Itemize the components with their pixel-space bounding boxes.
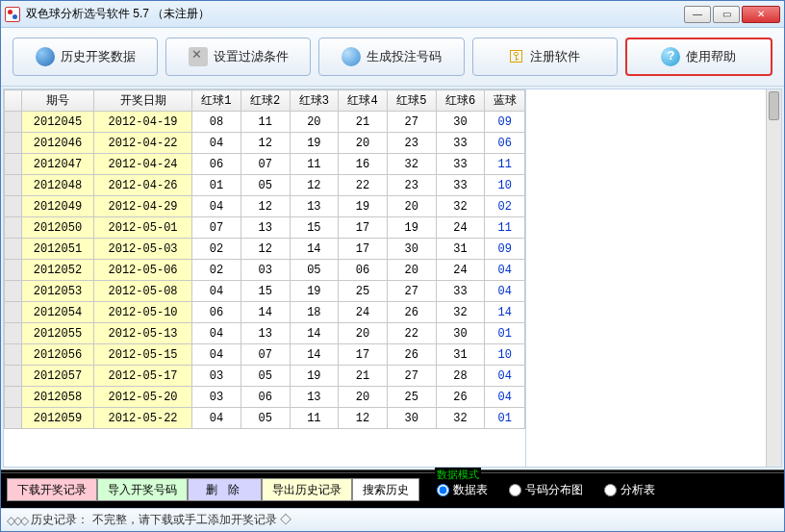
col-header[interactable]: 期号: [22, 90, 94, 112]
cell-red: 16: [339, 154, 388, 175]
cell-date: 2012-05-13: [93, 323, 191, 344]
cell-red: 03: [192, 387, 241, 408]
row-selector[interactable]: [5, 387, 22, 408]
cell-red: 11: [290, 154, 339, 175]
table-row[interactable]: 20120522012-05-0602030506202404: [5, 260, 525, 281]
col-header[interactable]: 红球3: [290, 90, 339, 112]
table-row[interactable]: 20120532012-05-0804151925273304: [5, 281, 525, 302]
col-header[interactable]: 蓝球: [485, 90, 525, 112]
row-selector[interactable]: [5, 154, 22, 175]
export-history-button[interactable]: 导出历史记录: [262, 478, 352, 501]
table-row[interactable]: 20120492012-04-2904121319203202: [5, 196, 525, 217]
col-header[interactable]: 红球2: [241, 90, 290, 112]
row-selector[interactable]: [5, 323, 22, 344]
cell-red: 05: [241, 366, 290, 387]
right-scrollbar[interactable]: [766, 89, 781, 467]
row-selector[interactable]: [5, 133, 22, 154]
col-header[interactable]: 开奖日期: [93, 90, 191, 112]
table-row[interactable]: 20120552012-05-1304131420223001: [5, 323, 525, 344]
row-selector[interactable]: [5, 344, 22, 366]
row-selector[interactable]: [5, 217, 22, 239]
cell-red: 04: [192, 196, 241, 217]
cell-red: 12: [241, 133, 290, 154]
search-history-button[interactable]: 搜索历史: [352, 478, 419, 501]
close-button[interactable]: ✕: [742, 6, 780, 23]
window-title: 双色球分析选号软件 5.7 （未注册）: [26, 6, 684, 22]
minimize-button[interactable]: —: [684, 6, 711, 23]
mode-distribution-radio[interactable]: 号码分布图: [509, 482, 583, 498]
maximize-button[interactable]: ▭: [713, 6, 740, 23]
row-selector[interactable]: [5, 239, 22, 260]
cell-date: 2012-05-10: [93, 302, 191, 323]
cell-red: 17: [339, 239, 388, 260]
mode-table-radio[interactable]: 数据表: [437, 482, 488, 498]
help-button[interactable]: 使用帮助: [625, 38, 772, 76]
cell-blue: 11: [485, 154, 525, 175]
status-text: 不完整，请下载或手工添加开奖记录 ◇: [92, 512, 291, 528]
history-data-button[interactable]: 历史开奖数据: [13, 38, 158, 76]
row-selector[interactable]: [5, 302, 22, 323]
cell-blue: 04: [485, 281, 525, 302]
cell-date: 2012-04-26: [93, 175, 191, 196]
cell-red: 07: [241, 154, 290, 175]
cell-red: 31: [436, 344, 485, 366]
col-header[interactable]: 红球6: [436, 90, 485, 112]
cell-red: 33: [436, 133, 485, 154]
cell-blue: 06: [485, 133, 525, 154]
row-selector[interactable]: [5, 408, 22, 429]
cell-date: 2012-05-08: [93, 281, 191, 302]
status-label: 历史记录：: [31, 512, 89, 528]
data-table-pane[interactable]: 期号开奖日期红球1红球2红球3红球4红球5红球6蓝球 20120452012-0…: [4, 89, 526, 467]
row-selector[interactable]: [5, 281, 22, 302]
cell-issue: 2012059: [22, 408, 94, 429]
table-row[interactable]: 20120592012-05-2204051112303201: [5, 408, 525, 429]
cell-red: 02: [192, 260, 241, 281]
table-row[interactable]: 20120462012-04-2204121920233306: [5, 133, 525, 154]
table-row[interactable]: 20120582012-05-2003061320252604: [5, 387, 525, 408]
col-header[interactable]: 红球5: [387, 90, 436, 112]
row-selector[interactable]: [5, 112, 22, 133]
titlebar: 双色球分析选号软件 5.7 （未注册） — ▭ ✕: [1, 1, 784, 28]
download-records-button[interactable]: 下载开奖记录: [7, 478, 97, 501]
cell-red: 03: [241, 260, 290, 281]
status-diamond-icon: ◇◇◇: [7, 514, 27, 527]
generate-numbers-button[interactable]: 生成投注号码: [318, 38, 464, 76]
mode-analysis-radio[interactable]: 分析表: [604, 482, 655, 498]
cell-red: 28: [436, 366, 485, 387]
register-software-button[interactable]: ⚿ 注册软件: [472, 38, 618, 76]
cell-red: 26: [436, 387, 485, 408]
col-header[interactable]: [5, 90, 22, 112]
table-row[interactable]: 20120472012-04-2406071116323311: [5, 154, 525, 175]
row-selector[interactable]: [5, 260, 22, 281]
cell-issue: 2012057: [22, 366, 94, 387]
cell-red: 17: [339, 217, 388, 239]
table-row[interactable]: 20120542012-05-1006141824263214: [5, 302, 525, 323]
col-header[interactable]: 红球1: [192, 90, 241, 112]
cell-red: 12: [241, 196, 290, 217]
cell-date: 2012-05-06: [93, 260, 191, 281]
import-numbers-button[interactable]: 导入开奖号码: [97, 478, 188, 501]
table-row[interactable]: 20120572012-05-1703051921272804: [5, 366, 525, 387]
cell-red: 14: [290, 344, 339, 366]
cell-red: 05: [241, 175, 290, 196]
filter-settings-button[interactable]: 设置过滤条件: [165, 38, 311, 76]
cell-red: 14: [290, 323, 339, 344]
window-controls: — ▭ ✕: [684, 6, 780, 23]
table-row[interactable]: 20120562012-05-1504071417263110: [5, 344, 525, 366]
table-row[interactable]: 20120452012-04-1908112021273009: [5, 112, 525, 133]
col-header[interactable]: 红球4: [339, 90, 388, 112]
cell-red: 07: [241, 344, 290, 366]
cell-date: 2012-04-24: [93, 154, 191, 175]
cell-red: 27: [387, 112, 436, 133]
table-row[interactable]: 20120502012-05-0107131517192411: [5, 217, 525, 239]
row-selector[interactable]: [5, 366, 22, 387]
table-row[interactable]: 20120482012-04-2601051222233310: [5, 175, 525, 196]
cell-red: 17: [339, 344, 388, 366]
table-header-row: 期号开奖日期红球1红球2红球3红球4红球5红球6蓝球: [5, 90, 525, 112]
table-row[interactable]: 20120512012-05-0302121417303109: [5, 239, 525, 260]
row-selector[interactable]: [5, 175, 22, 196]
cell-red: 20: [339, 133, 388, 154]
row-selector[interactable]: [5, 196, 22, 217]
delete-button[interactable]: 删 除: [188, 478, 262, 501]
scrollbar-thumb[interactable]: [769, 91, 779, 120]
